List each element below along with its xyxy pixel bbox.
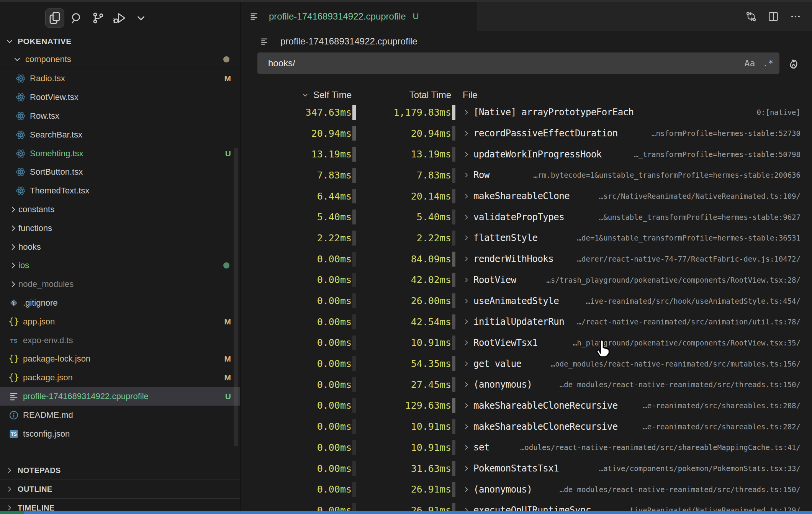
self-time-value: 0.00ms	[241, 316, 352, 327]
file-location-link[interactable]: …ive-reanimated/src/hook/useAnimatedStyl…	[576, 297, 801, 305]
tree-item-ios[interactable]: ios	[0, 256, 240, 275]
section-outline[interactable]: OUTLINE	[0, 480, 240, 498]
file-location-link[interactable]: …de_modules/react-native-reanimated/src/…	[550, 485, 801, 494]
tree-item-gitignore[interactable]: .gitignore	[0, 294, 240, 313]
file-label: SearchBar.tsx	[30, 130, 82, 140]
tree-item-tsconfig-json[interactable]: TStsconfig.json	[0, 424, 240, 443]
total-time-header[interactable]: Total Time	[357, 90, 451, 100]
section-notepads[interactable]: NOTEPADS	[0, 461, 240, 480]
tree-item-package-json[interactable]: package.jsonM	[0, 368, 240, 387]
chevron-down-icon	[5, 36, 15, 46]
tree-item-row-tsx[interactable]: Row.tsx	[0, 107, 240, 126]
self-time-bar	[352, 165, 357, 186]
self-time-bar	[352, 332, 357, 354]
chevron-right-icon	[5, 466, 14, 475]
tree-item-package-lock-json[interactable]: package-lock.jsonM	[0, 350, 240, 368]
tree-item-sortbutton-tsx[interactable]: SortButton.tsx	[0, 163, 240, 182]
remote-indicator[interactable]	[0, 511, 24, 514]
profile-row-pokemonstatstsx1[interactable]: 0.00ms31.63msPokemonStatsTsx1…ative/comp…	[241, 458, 812, 479]
ts-icon: TS	[8, 335, 23, 346]
expand-chevron-icon	[463, 465, 473, 472]
profile-row-makeshareableclone[interactable]: 6.44ms20.14msmakeShareableClone…src/Nati…	[241, 186, 812, 207]
expand-chevron-icon	[463, 234, 473, 242]
profile-row-get-value[interactable]: 0.00ms54.35msget value…ode_modules/react…	[241, 353, 812, 374]
run-debug-icon[interactable]	[110, 9, 129, 27]
profile-row-useanimatedstyle[interactable]: 0.00ms26.00msuseAnimatedStyle…ive-reanim…	[241, 290, 812, 311]
folder-components-row[interactable]: components	[0, 50, 240, 69]
explorer-icon[interactable]	[45, 8, 64, 28]
file-location-link[interactable]: …de_modules/react-native-reanimated/src/…	[550, 380, 801, 389]
file-label: Radio.tsx	[30, 74, 65, 83]
flame-graph-button[interactable]	[787, 57, 800, 70]
regex-button[interactable]: .*	[763, 58, 773, 68]
split-editor-icon[interactable]	[768, 11, 779, 22]
total-time-value: 54.35ms	[357, 358, 451, 369]
source-control-icon[interactable]	[89, 9, 107, 27]
views-chevron-icon[interactable]	[132, 9, 150, 27]
profile-row-renderwithhooks[interactable]: 0.00ms84.09msrenderWithHooks…derer/react…	[241, 249, 812, 270]
self-time-bar	[352, 458, 357, 479]
expand-chevron-icon	[463, 108, 473, 116]
profile-row-anonymous[interactable]: 0.00ms26.91ms(anonymous)…de_modules/reac…	[241, 479, 812, 500]
total-time-value: 7.83ms	[357, 170, 451, 181]
file-cell: (anonymous)…de_modules/react-native-rean…	[457, 484, 812, 495]
tree-item-profile-1741689314922-cpuprofile[interactable]: profile-1741689314922.cpuprofileU	[0, 387, 240, 406]
file-location-link[interactable]: …_transformProfile=hermes-stable:50798	[625, 150, 801, 159]
search-icon[interactable]	[67, 9, 86, 27]
file-location-link[interactable]: …de=1&unstable_transformProfile=hermes-s…	[568, 234, 801, 242]
open-changes-icon[interactable]	[745, 11, 757, 22]
profile-row-flattenstyle[interactable]: 2.22ms2.22msflattenStyle…de=1&unstable_t…	[241, 228, 812, 249]
file-location-link[interactable]: …odules/react-native-reanimated/src/shar…	[511, 443, 801, 452]
profile-row-set[interactable]: 0.00ms10.91msset…odules/react-native-rea…	[241, 437, 812, 458]
profile-row-initialupdaterrun[interactable]: 0.00ms42.54msinitialUpdaterRun…/react-na…	[241, 311, 812, 332]
file-location-link[interactable]: …&unstable_transformProfile=hermes-stabl…	[590, 213, 801, 221]
bar-indicator	[352, 189, 356, 204]
file-header[interactable]: File	[457, 90, 478, 100]
profile-row-recordpassiveeffectduration[interactable]: 20.94ms20.94msrecordPassiveEffectDuratio…	[241, 123, 812, 144]
tree-item-searchbar-tsx[interactable]: SearchBar.tsx	[0, 125, 240, 144]
file-location-link[interactable]: …s/trash_playground/pokenative/component…	[537, 276, 801, 284]
profile-row-makeshareableclonerecursive[interactable]: 0.00ms129.63msmakeShareableCloneRecursiv…	[241, 395, 812, 416]
tree-item-node-modules[interactable]: node_modules	[0, 275, 240, 294]
profile-row-rootview[interactable]: 0.00ms42.02msRootView…s/trash_playground…	[241, 270, 812, 291]
tree-item-app-json[interactable]: app.jsonM	[0, 312, 240, 331]
file-location-link[interactable]: 0:[native]	[748, 108, 801, 116]
chevron-right-icon	[8, 223, 18, 233]
profile-row-row[interactable]: 7.83ms7.83msRow…rm.bytecode=1&unstable_t…	[241, 165, 812, 186]
file-location-link[interactable]: …src/NativeReanimated/NativeReanimated.t…	[590, 192, 801, 200]
tree-item-rootview-tsx[interactable]: RootView.tsx	[0, 88, 240, 107]
file-location-link[interactable]: …rm.bytecode=1&unstable_transformProfile…	[524, 171, 801, 179]
function-name: validatePropTypes	[473, 212, 564, 223]
tree-item-radio-tsx[interactable]: Radio.tsxM	[0, 69, 240, 88]
workspace-root-row[interactable]: POKENATIVE	[0, 32, 240, 50]
tree-item-expo-env-d-ts[interactable]: TSexpo-env.d.ts	[0, 331, 240, 350]
bar-indicator	[352, 336, 356, 350]
profile-row-updateworkinprogresshook[interactable]: 13.19ms13.19msupdateWorkInProgressHook…_…	[241, 144, 812, 165]
tree-item-themedtext-tsx[interactable]: ThemedText.tsx	[0, 182, 240, 200]
file-location-link[interactable]: …e-reanimated/src/shareables.ts:282/	[634, 422, 801, 431]
sidebar-scrollbar[interactable]	[234, 148, 238, 446]
file-location-link[interactable]: …h_playground/pokenative/components/Root…	[563, 339, 801, 347]
tree-item-somehting-tsx[interactable]: Somehting.tsxU	[0, 144, 240, 163]
profile-row-makeshareableclonerecursive[interactable]: 0.00ms10.91msmakeShareableCloneRecursive…	[241, 416, 812, 437]
file-location-link[interactable]: …/react-native-reanimated/src/animation/…	[568, 318, 801, 326]
profile-row-native-arrayprototypeforeach[interactable]: 347.63ms1,179.83ms[Native] arrayPrototyp…	[241, 102, 812, 123]
file-location-link[interactable]: …derer/react-native-74-77/ReactFabric-de…	[568, 255, 801, 263]
profile-row-rootviewtsx1[interactable]: 0.00ms10.91msRootViewTsx1…h_playground/p…	[241, 332, 812, 354]
profile-row-anonymous[interactable]: 0.00ms27.45ms(anonymous)…de_modules/reac…	[241, 374, 812, 395]
tree-item-readme-md[interactable]: README.md	[0, 406, 240, 424]
tree-item-hooks[interactable]: hooks	[0, 237, 240, 256]
profile-row-validateproptypes[interactable]: 5.40ms5.40msvalidatePropTypes…&unstable_…	[241, 206, 812, 228]
file-location-link[interactable]: …ative/components/pokemon/PokemonStats.t…	[590, 464, 801, 473]
tab-cpuprofile[interactable]: profile-1741689314922.cpuprofile U	[241, 2, 477, 31]
tree-item-functions[interactable]: functions	[0, 219, 240, 237]
self-time-header[interactable]: Self Time	[241, 90, 352, 100]
more-actions-icon[interactable]	[790, 11, 801, 22]
file-location-link[interactable]: …e-reanimated/src/shareables.ts:208/	[634, 401, 801, 410]
filter-input[interactable]: hooks/ Aa .*	[257, 52, 779, 74]
match-case-button[interactable]: Aa	[745, 58, 755, 68]
file-location-link[interactable]: …ode_modules/react-native-reanimated/src…	[542, 360, 801, 368]
tree-item-constants[interactable]: constants	[0, 200, 240, 219]
file-location-link[interactable]: …nsformProfile=hermes-stable:52730	[642, 129, 801, 138]
function-name: flattenStyle	[473, 232, 537, 243]
